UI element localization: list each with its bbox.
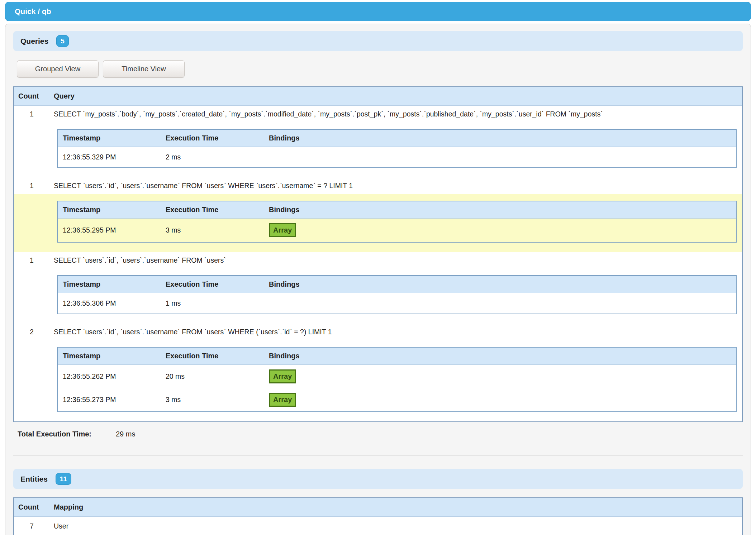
execution-timestamp: 12:36:55.273 PM [57, 388, 161, 412]
total-execution-time-row: Total Execution Time: 29 ms [18, 430, 743, 438]
queries-count-badge: 5 [56, 35, 69, 47]
query-count: 1 [14, 177, 49, 194]
entities-count-column-header: Count [14, 498, 49, 517]
query-count: 1 [14, 106, 49, 123]
queries-table: Count Query 1 SELECT `my_posts`.`body`, … [13, 86, 743, 422]
executions-table: Timestamp Execution Time Bindings 12:36:… [57, 275, 737, 314]
timestamp-column-header: Timestamp [57, 347, 161, 365]
bindings-array-button[interactable]: Array [269, 393, 296, 407]
execution-bindings-cell: Array [264, 365, 736, 388]
entity-row: 7 User [14, 517, 742, 535]
timestamp-column-header: Timestamp [57, 276, 161, 293]
query-detail-cell: Timestamp Execution Time Bindings 12:36:… [14, 123, 742, 177]
bindings-column-header: Bindings [264, 347, 736, 365]
query-row: 1 SELECT `my_posts`.`body`, `my_posts`.`… [14, 106, 742, 123]
execution-timestamp: 12:36:55.329 PM [57, 147, 161, 168]
total-execution-time-label: Total Execution Time: [18, 430, 116, 438]
queries-table-header-row: Count Query [14, 87, 742, 106]
execution-time: 3 ms [161, 219, 264, 243]
execution-time: 2 ms [161, 147, 264, 168]
execution-time: 3 ms [161, 388, 264, 412]
query-detail-row: Timestamp Execution Time Bindings 12:36:… [14, 194, 742, 252]
entities-section-title: Entities [20, 475, 48, 483]
bindings-array-button[interactable]: Array [269, 369, 296, 383]
execution-time-column-header: Execution Time [161, 129, 264, 147]
query-detail-row: Timestamp Execution Time Bindings 12:36:… [14, 340, 742, 422]
bindings-array-button[interactable]: Array [269, 223, 296, 237]
execution-bindings-cell: Array [264, 219, 736, 243]
executions-table-header-row: Timestamp Execution Time Bindings [57, 129, 736, 147]
execution-row: 12:36:55.262 PM 20 ms Array [57, 365, 736, 388]
query-detail-row: Timestamp Execution Time Bindings 12:36:… [14, 123, 742, 177]
query-count: 2 [14, 324, 49, 340]
execution-time-column-header: Execution Time [161, 347, 264, 365]
query-detail-cell: Timestamp Execution Time Bindings 12:36:… [14, 269, 742, 324]
queries-query-column-header: Query [49, 87, 742, 106]
execution-timestamp: 12:36:55.262 PM [57, 365, 161, 388]
grouped-view-button[interactable]: Grouped View [17, 60, 99, 78]
executions-table-header-row: Timestamp Execution Time Bindings [57, 201, 736, 219]
query-count: 1 [14, 252, 49, 269]
execution-timestamp: 12:36:55.295 PM [57, 219, 161, 243]
total-execution-time-value: 29 ms [116, 430, 135, 438]
execution-time: 1 ms [161, 293, 264, 314]
query-detail-cell: Timestamp Execution Time Bindings 12:36:… [14, 340, 742, 422]
timestamp-column-header: Timestamp [57, 201, 161, 219]
entities-table: Count Mapping 7 User 4 Post@myapp [13, 497, 743, 535]
query-sql: SELECT `users`.`id`, `users`.`username` … [49, 177, 742, 194]
entities-section-header: Entities 11 [13, 469, 743, 489]
query-detail-row: Timestamp Execution Time Bindings 12:36:… [14, 269, 742, 324]
execution-row: 12:36:55.295 PM 3 ms Array [57, 219, 736, 243]
executions-table: Timestamp Execution Time Bindings 12:36:… [57, 129, 737, 168]
bindings-column-header: Bindings [264, 129, 736, 147]
entity-count: 7 [14, 517, 49, 535]
query-row: 1 SELECT `users`.`id`, `users`.`username… [14, 252, 742, 269]
query-detail-cell: Timestamp Execution Time Bindings 12:36:… [14, 194, 742, 252]
execution-bindings-cell: Array [264, 388, 736, 412]
executions-table-header-row: Timestamp Execution Time Bindings [57, 347, 736, 365]
debug-panel-titlebar: Quick / qb [5, 2, 751, 21]
query-sql: SELECT `users`.`id`, `users`.`username` … [49, 324, 742, 340]
execution-row: 12:36:55.273 PM 3 ms Array [57, 388, 736, 412]
section-divider [13, 455, 743, 456]
query-sql: SELECT `users`.`id`, `users`.`username` … [49, 252, 742, 269]
entity-mapping: User [49, 517, 742, 535]
execution-bindings-cell [264, 147, 736, 168]
execution-row: 12:36:55.306 PM 1 ms [57, 293, 736, 314]
entities-table-header-row: Count Mapping [14, 498, 742, 517]
execution-bindings-cell [264, 293, 736, 314]
entities-mapping-column-header: Mapping [49, 498, 742, 517]
timestamp-column-header: Timestamp [57, 129, 161, 147]
execution-timestamp: 12:36:55.306 PM [57, 293, 161, 314]
timeline-view-button[interactable]: Timeline View [103, 60, 185, 78]
execution-time: 20 ms [161, 365, 264, 388]
debug-panel-title: Quick / qb [15, 7, 51, 15]
executions-table: Timestamp Execution Time Bindings 12:36:… [57, 347, 737, 412]
queries-section-header: Queries 5 [13, 31, 743, 51]
execution-time-column-header: Execution Time [161, 276, 264, 293]
queries-count-column-header: Count [14, 87, 49, 106]
entities-count-badge: 11 [56, 473, 71, 485]
query-row: 1 SELECT `users`.`id`, `users`.`username… [14, 177, 742, 194]
execution-row: 12:36:55.329 PM 2 ms [57, 147, 736, 168]
debug-panel: Queries 5 Grouped View Timeline View Cou… [5, 24, 751, 535]
bindings-column-header: Bindings [264, 276, 736, 293]
executions-table-header-row: Timestamp Execution Time Bindings [57, 276, 736, 293]
query-sql: SELECT `my_posts`.`body`, `my_posts`.`cr… [49, 106, 742, 123]
bindings-column-header: Bindings [264, 201, 736, 219]
view-buttons-row: Grouped View Timeline View [17, 60, 743, 78]
executions-table: Timestamp Execution Time Bindings 12:36:… [57, 201, 737, 243]
queries-section-title: Queries [20, 37, 48, 46]
execution-time-column-header: Execution Time [161, 201, 264, 219]
query-row: 2 SELECT `users`.`id`, `users`.`username… [14, 324, 742, 340]
